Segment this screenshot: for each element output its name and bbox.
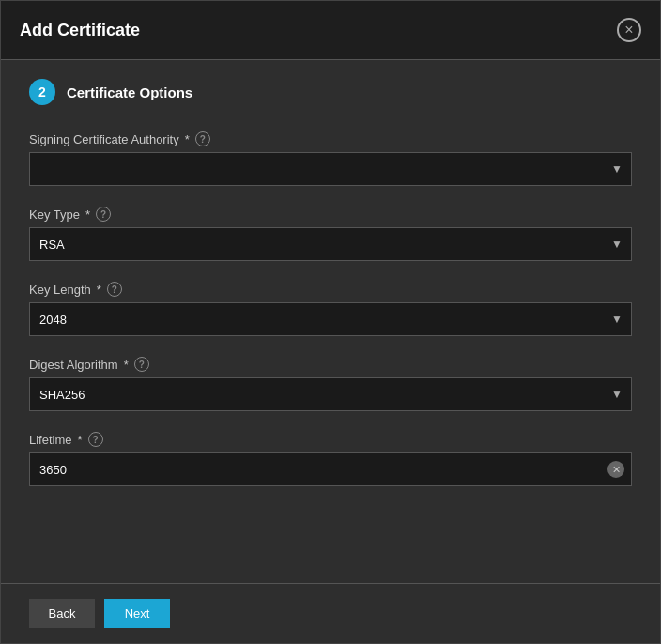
modal-footer: Back Next: [1, 583, 660, 643]
key-length-group: Key Length * ? 1024 2048 4096 ▼: [29, 282, 632, 336]
digest-algorithm-help-icon[interactable]: ?: [134, 357, 149, 372]
key-type-help-icon[interactable]: ?: [96, 207, 111, 222]
digest-algorithm-label: Digest Algorithm * ?: [29, 357, 632, 372]
key-type-group: Key Type * ? RSA EC ▼: [29, 207, 632, 261]
digest-algorithm-group: Digest Algorithm * ? SHA256 SHA384 SHA51…: [29, 357, 632, 411]
digest-algorithm-required: *: [124, 358, 129, 372]
back-button[interactable]: Back: [29, 599, 95, 628]
modal-body: 2 Certificate Options Signing Certificat…: [1, 60, 660, 583]
key-length-select-wrapper: 1024 2048 4096 ▼: [29, 302, 632, 336]
key-type-select-wrapper: RSA EC ▼: [29, 227, 632, 261]
step-badge: 2: [29, 79, 55, 105]
lifetime-input[interactable]: [29, 452, 632, 486]
lifetime-label: Lifetime * ?: [29, 432, 632, 447]
lifetime-input-wrapper: ✕: [29, 452, 632, 486]
key-type-label: Key Type * ?: [29, 207, 632, 222]
key-length-help-icon[interactable]: ?: [107, 282, 122, 297]
lifetime-required: *: [78, 433, 83, 447]
signing-ca-select[interactable]: [29, 152, 632, 186]
step-title: Certificate Options: [67, 84, 192, 100]
key-type-select[interactable]: RSA EC: [29, 227, 632, 261]
lifetime-help-icon[interactable]: ?: [88, 432, 103, 447]
key-length-select[interactable]: 1024 2048 4096: [29, 302, 632, 336]
signing-ca-group: Signing Certificate Authority * ? ▼: [29, 131, 632, 186]
next-button[interactable]: Next: [104, 599, 170, 628]
key-length-required: *: [97, 283, 101, 297]
signing-ca-required: *: [185, 132, 190, 146]
key-length-label: Key Length * ?: [29, 282, 632, 297]
signing-ca-label: Signing Certificate Authority * ?: [29, 131, 632, 146]
signing-ca-help-icon[interactable]: ?: [195, 131, 210, 146]
add-certificate-modal: Add Certificate × 2 Certificate Options …: [0, 0, 661, 644]
digest-algorithm-select[interactable]: SHA256 SHA384 SHA512: [29, 377, 632, 411]
modal-title: Add Certificate: [20, 21, 140, 40]
step-header: 2 Certificate Options: [29, 79, 632, 105]
modal-header: Add Certificate ×: [1, 1, 660, 60]
close-button[interactable]: ×: [617, 18, 641, 42]
lifetime-clear-button[interactable]: ✕: [607, 461, 624, 478]
key-type-required: *: [85, 207, 90, 222]
signing-ca-select-wrapper: ▼: [29, 152, 632, 186]
lifetime-group: Lifetime * ? ✕: [29, 432, 632, 486]
digest-algorithm-select-wrapper: SHA256 SHA384 SHA512 ▼: [29, 377, 632, 411]
